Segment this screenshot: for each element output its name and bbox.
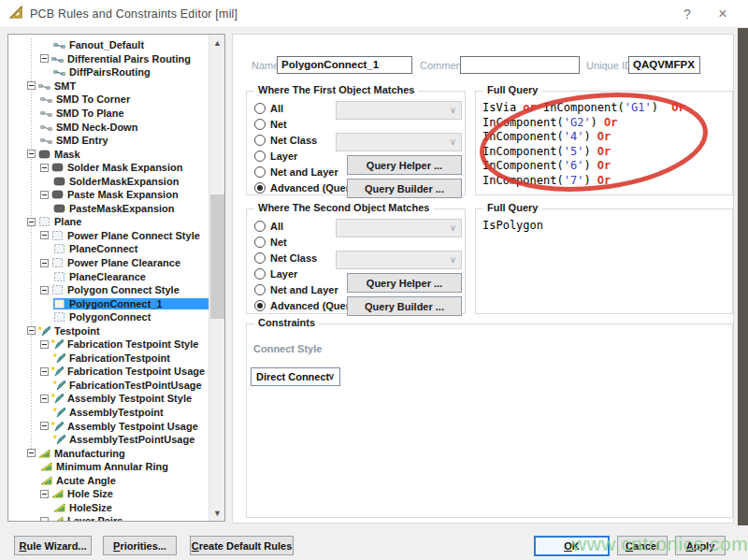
radio-icon[interactable] [254,252,266,264]
cancel-button[interactable]: Cancel [617,536,668,555]
collapse-icon[interactable] [40,340,49,349]
tree-item[interactable]: PolygonConnect_1 [8,296,209,310]
tree-item[interactable]: Minimum Annular Ring [8,460,209,474]
tree-item-label: PasteMaskExpansion [69,203,175,214]
collapse-icon[interactable] [40,191,49,199]
tree-item[interactable]: Fanout_Default [8,38,209,52]
collapse-icon[interactable] [40,259,49,267]
collapse-icon[interactable] [40,286,49,294]
collapse-icon[interactable] [27,81,36,90]
radio-option-advanced-query-[interactable]: Advanced (Query) [254,179,359,195]
collapse-icon[interactable] [27,326,36,335]
tree-item[interactable]: SMD Entry [8,134,209,148]
first-class-combobox[interactable]: ∨ [336,133,462,151]
radio-icon[interactable] [254,268,266,280]
close-icon[interactable]: × [709,0,737,28]
radio-icon[interactable] [254,237,266,248]
first-query-helper-button[interactable]: Query Helper ... [347,155,462,175]
tree-item[interactable]: DiffPairsRouting [8,65,209,79]
collapse-icon[interactable] [40,395,49,403]
radio-icon[interactable] [254,151,266,162]
unique-id-input[interactable]: QAQVMFPX [628,56,700,74]
radio-option-advanced-query-[interactable]: Advanced (Query) [254,297,359,313]
first-full-query-text[interactable]: IsVia or InComponent('G1') OrInComponent… [482,101,728,191]
collapse-icon[interactable] [40,517,49,521]
apply-button[interactable]: Apply [675,536,726,555]
tree-item[interactable]: AssemblyTestPointUsage [8,433,209,447]
query-text: ) [583,130,597,143]
scroll-up-icon[interactable]: ▲ [209,35,225,50]
tree-item[interactable]: Mask [8,147,209,161]
tree-item[interactable]: Acute Angle [8,474,209,488]
tree-item[interactable]: Paste Mask Expansion [8,188,209,202]
radio-icon[interactable] [254,182,266,194]
collapse-icon[interactable] [40,490,49,498]
tree-item[interactable]: Differential Pairs Routing [8,52,209,66]
collapse-icon[interactable] [40,422,49,430]
tree-item[interactable]: HoleSize [8,501,209,515]
collapse-icon[interactable] [40,231,49,239]
radio-icon[interactable] [254,221,266,232]
tree-item[interactable]: Layer Pairs [8,514,209,521]
tree-item[interactable]: Testpoint [8,323,209,337]
collapse-icon[interactable] [27,218,36,226]
tree-item[interactable]: Fabrication Testpoint Usage [8,365,209,379]
tree-item[interactable]: SMD Neck-Down [8,120,209,134]
radio-icon[interactable] [254,300,266,311]
tree-item-content: PasteMaskExpansion [53,203,209,214]
tree-item[interactable]: PolygonConnect [8,310,209,324]
tree-item[interactable]: Assembly Testpoint Style [8,392,209,406]
collapse-icon[interactable] [40,367,49,376]
scroll-down-icon[interactable]: ▼ [209,505,225,521]
collapse-icon[interactable] [40,164,49,172]
ok-button[interactable]: OK [534,536,610,556]
comment-input[interactable] [460,56,580,74]
tree-item[interactable]: Power Plane Clearance [8,256,209,270]
tree-item[interactable]: PlaneClearance [8,269,209,283]
first-query-builder-button[interactable]: Query Builder ... [347,179,462,198]
collapse-icon[interactable] [27,150,36,158]
first-net-combobox[interactable]: ∨ [336,101,462,120]
radio-icon[interactable] [254,284,266,295]
tree-item[interactable]: PasteMaskExpansion [8,202,209,216]
tree-item[interactable]: SolderMaskExpansion [8,174,209,188]
tree-item[interactable]: AssemblyTestpoint [8,406,209,420]
second-query-builder-button[interactable]: Query Builder ... [347,296,462,316]
tree-item-label: SMT [54,80,76,92]
second-full-query-text[interactable]: IsPolygon [482,219,728,309]
tree-item[interactable]: SMD To Corner [8,93,209,107]
rule-wizard-button[interactable]: Rule Wizard... [14,536,92,555]
scrollbar-thumb[interactable] [210,194,224,319]
radio-icon[interactable] [254,166,266,178]
tree-item[interactable]: FabricationTestPointUsage [8,379,209,393]
tree-item[interactable]: FabricationTestpoint [8,352,209,366]
second-net-combobox[interactable]: ∨ [336,219,462,237]
name-input[interactable]: PolygonConnect_1 [277,56,412,74]
tree-scrollbar[interactable]: ▲ ▼ [209,35,224,521]
tree-item[interactable]: Fabrication Testpoint Style [8,337,209,352]
tree-item[interactable]: Power Plane Connect Style [8,229,209,243]
radio-icon[interactable] [254,135,266,146]
tree-item[interactable]: Polygon Connect Style [8,283,209,297]
tree-item[interactable]: PlaneConnect [8,242,209,256]
tree-item[interactable]: Assembly Testpoint Usage [8,419,209,433]
radio-icon[interactable] [254,103,266,114]
radio-option-net-and-layer[interactable]: Net and Layer [254,164,359,179]
tree-item[interactable]: Solder Mask Expansion [8,161,209,175]
tree-item[interactable]: SMT [8,79,209,93]
tree-item[interactable]: SMD To Plane [8,107,209,121]
second-class-combobox[interactable]: ∨ [336,251,462,269]
create-default-rules-button[interactable]: Create Default Rules [190,536,294,555]
tree-item[interactable]: Manufacturing [8,446,209,460]
rule-wizard-label: Rule Wizard... [19,540,86,552]
help-button[interactable]: ? [673,0,701,28]
radio-icon[interactable] [254,119,266,130]
tree-item[interactable]: Plane [8,215,209,229]
second-query-helper-button[interactable]: Query Helper ... [347,273,462,293]
collapse-icon[interactable] [40,54,49,63]
tree-item[interactable]: Hole Size [8,487,209,501]
collapse-icon[interactable] [27,449,36,457]
priorities-button[interactable]: Priorities... [103,536,177,555]
radio-option-net-and-layer[interactable]: Net and Layer [254,281,359,297]
connect-style-combobox[interactable]: Direct Connect ∨ [251,367,340,386]
